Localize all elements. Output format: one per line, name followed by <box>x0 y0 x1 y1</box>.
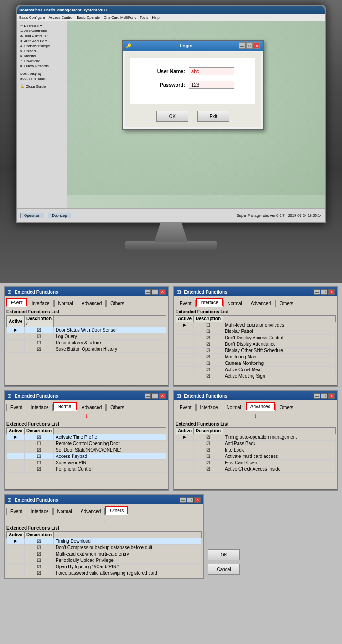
status-tab-operation[interactable]: Operation <box>20 213 44 218</box>
check-cell[interactable]: ☑ <box>194 341 223 348</box>
sidebar-item-1[interactable]: 1. Add Controller <box>19 28 65 33</box>
sidebar-close-guide[interactable]: 🔒 Close Guide <box>19 84 65 89</box>
tab-advanced-3[interactable]: Advanced <box>78 404 106 411</box>
check-cell[interactable]: ☑ <box>25 346 54 353</box>
check-cell[interactable]: ☐ <box>25 441 54 447</box>
panel2-close[interactable]: ✕ <box>328 289 335 295</box>
check-cell[interactable]: ☑ <box>194 434 223 441</box>
sidebar-item-7[interactable]: 7. Download <box>19 58 65 63</box>
maximize-button[interactable]: □ <box>246 42 253 49</box>
sidebar-item-doorstep[interactable]: ** Doorstep ** <box>19 23 65 28</box>
menu-help[interactable]: Help <box>152 16 159 20</box>
tab-interface-4[interactable]: Interface <box>196 404 222 411</box>
tab-event-4[interactable]: Event <box>176 404 196 411</box>
minimize-button[interactable]: — <box>239 42 245 49</box>
tab-normal-2[interactable]: Normal <box>223 300 246 307</box>
check-cell[interactable]: ☑ <box>194 447 223 453</box>
check-cell[interactable]: ☑ <box>25 453 54 460</box>
tab-advanced-1[interactable]: Advanced <box>78 300 106 307</box>
tab-others-4[interactable]: Others <box>275 404 297 411</box>
check-cell[interactable]: ☑ <box>194 348 223 354</box>
tab-others-1[interactable]: Others <box>106 300 128 307</box>
tab-advanced-2[interactable]: Advanced <box>247 300 275 307</box>
menu-basic-configure[interactable]: Basic Configure <box>19 16 45 20</box>
username-input[interactable] <box>189 67 234 75</box>
password-input[interactable] <box>189 81 234 89</box>
panel1-maximize[interactable]: □ <box>152 289 158 295</box>
tab-interface-5[interactable]: Interface <box>27 508 53 515</box>
tab-normal-5[interactable]: Normal <box>53 508 76 515</box>
exit-button[interactable]: Exit <box>197 111 229 122</box>
ok-button[interactable]: OK <box>156 111 188 122</box>
menu-tools[interactable]: Tools <box>140 16 149 20</box>
tab-event-2[interactable]: Event <box>176 300 196 307</box>
check-cell[interactable]: ☑ <box>194 360 223 367</box>
panel3-minimize[interactable]: — <box>145 393 151 399</box>
close-button[interactable]: ✕ <box>254 42 260 49</box>
check-cell[interactable]: ☑ <box>194 328 223 335</box>
panel2-maximize[interactable]: □ <box>321 289 327 295</box>
sidebar-item-8[interactable]: 8. Query Records <box>19 63 65 68</box>
check-cell[interactable]: ☑ <box>194 441 223 447</box>
tab-interface-1[interactable]: Interface <box>28 300 54 307</box>
panel2-minimize[interactable]: — <box>314 289 320 295</box>
sidebar-item-3[interactable]: 3. Auto Add Card... <box>19 38 65 43</box>
check-cell[interactable]: ☑ <box>194 335 223 341</box>
tab-normal-3[interactable]: Normal <box>53 402 77 411</box>
status-tab-doorstep[interactable]: Doorstep <box>48 213 71 218</box>
tab-advanced-4[interactable]: Advanced <box>246 402 275 411</box>
panel3-maximize[interactable]: □ <box>152 393 158 399</box>
check-cell[interactable]: ☑ <box>25 466 54 473</box>
check-cell[interactable]: ☑ <box>25 570 54 576</box>
menu-access-control[interactable]: Access Control <box>48 16 73 20</box>
tab-others-5[interactable]: Others <box>105 506 128 515</box>
tab-normal-1[interactable]: Normal <box>54 300 77 307</box>
sidebar-item-6[interactable]: 6. Monitor <box>19 53 65 58</box>
tab-event-3[interactable]: Event <box>6 404 26 411</box>
check-cell[interactable]: ☑ <box>25 327 54 333</box>
check-cell[interactable]: ☑ <box>25 538 54 545</box>
check-cell[interactable]: ☐ <box>194 322 223 328</box>
panel4-minimize[interactable]: — <box>314 393 320 399</box>
sidebar-dont-display[interactable]: Don't Display <box>19 71 65 76</box>
panel5-minimize[interactable]: — <box>180 497 186 503</box>
check-cell[interactable]: ☑ <box>194 367 223 373</box>
check-cell[interactable]: ☑ <box>25 557 54 564</box>
check-cell[interactable]: ☑ <box>194 453 223 460</box>
check-cell[interactable]: ☑ <box>25 447 54 453</box>
check-cell[interactable]: ☑ <box>194 354 223 360</box>
check-cell[interactable]: ☑ <box>25 434 54 441</box>
tab-interface-2[interactable]: Interface <box>196 298 223 307</box>
sidebar-item-5[interactable]: 5. Upload <box>19 48 65 53</box>
tab-event-1[interactable]: Event <box>6 298 27 307</box>
check-cell[interactable]: ☑ <box>194 460 223 466</box>
check-cell[interactable]: ☑ <box>25 564 54 570</box>
check-cell[interactable]: ☑ <box>25 545 54 551</box>
menu-one-card[interactable]: One Card MultiFunc <box>104 16 136 20</box>
panel5-close[interactable]: ✕ <box>194 497 201 503</box>
panel1-minimize[interactable]: — <box>145 289 151 295</box>
check-cell[interactable]: ☐ <box>25 340 54 346</box>
tab-others-2[interactable]: Others <box>275 300 297 307</box>
panel4-close[interactable]: ✕ <box>328 393 335 399</box>
tab-event-5[interactable]: Event <box>6 508 26 515</box>
tab-advanced-5[interactable]: Advanced <box>77 508 105 515</box>
panel4-maximize[interactable]: □ <box>321 393 327 399</box>
menu-basic-operate[interactable]: Basic Operate <box>77 16 100 20</box>
check-cell[interactable]: ☐ <box>25 460 54 466</box>
sidebar-item-4[interactable]: 4. UpdatePrivilege <box>19 43 65 48</box>
tab-interface-3[interactable]: Interface <box>27 404 53 411</box>
sidebar-boot-time[interactable]: Boot Time Start <box>19 76 65 81</box>
check-cell[interactable]: ☑ <box>25 333 54 340</box>
check-cell[interactable]: ☑ <box>194 466 223 473</box>
main-ok-button[interactable]: OK <box>208 549 240 560</box>
tab-normal-4[interactable]: Normal <box>223 404 245 411</box>
sidebar-item-2[interactable]: 2. Test Controller <box>19 33 65 38</box>
panel5-maximize[interactable]: □ <box>187 497 193 503</box>
panel1-close[interactable]: ✕ <box>159 289 166 295</box>
check-cell[interactable]: ☑ <box>194 373 223 379</box>
panel3-close[interactable]: ✕ <box>159 393 166 399</box>
check-cell[interactable]: ☑ <box>25 551 54 557</box>
tab-others-3[interactable]: Others <box>106 404 128 411</box>
main-cancel-button[interactable]: Cancel <box>208 564 240 575</box>
